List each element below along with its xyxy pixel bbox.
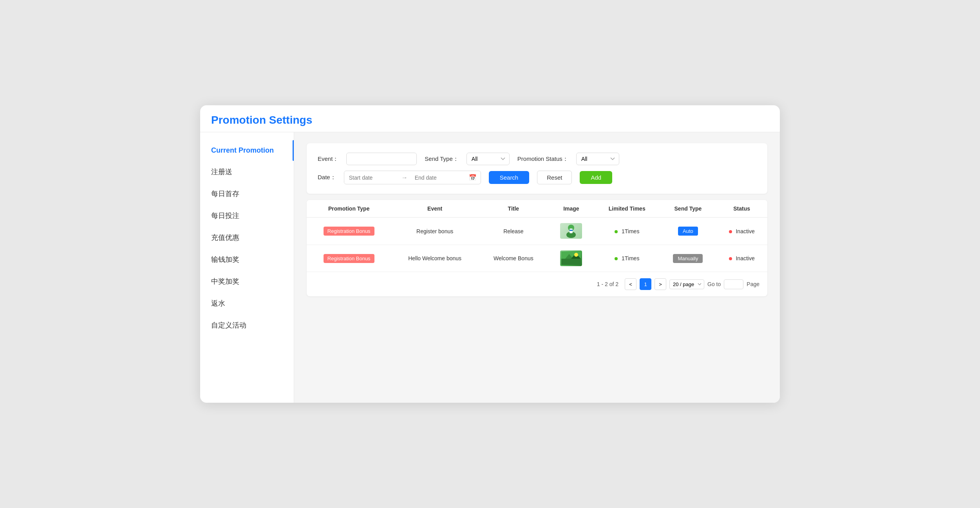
col-event: Event [391, 200, 479, 218]
status-value: Inactive [736, 228, 754, 234]
status-dot-icon [729, 257, 732, 260]
sidebar-item-register-bonus[interactable]: 注册送 [200, 161, 294, 183]
sidebar-item-daily-bet[interactable]: 每日投注 [200, 205, 294, 227]
send-type-label: Send Type： [425, 155, 458, 163]
promo-type-cell: Registration Bonus [307, 218, 391, 245]
promo-type-badge: Registration Bonus [324, 254, 374, 263]
page-label: Page [747, 281, 759, 287]
promo-status-label: Promotion Status： [517, 155, 568, 163]
send-type-cell: Auto [660, 218, 716, 245]
sidebar: Current Promotion 注册送 每日首存 每日投注 充值优惠 输钱加… [200, 132, 294, 403]
sidebar-item-label: 输钱加奖 [211, 256, 239, 263]
image-cell [548, 245, 594, 272]
status-cell: Inactive [716, 245, 767, 272]
sidebar-item-label: 每日首存 [211, 190, 239, 198]
sidebar-item-lose-bonus[interactable]: 输钱加奖 [200, 249, 294, 270]
limited-times-cell: 1Times [594, 245, 660, 272]
content-area: Current Promotion 注册送 每日首存 每日投注 充值优惠 输钱加… [200, 132, 780, 403]
col-promo-type: Promotion Type [307, 200, 391, 218]
table-row: Registration Bonus Hello Welcome bonus W… [307, 245, 767, 272]
promo-status-select[interactable]: All Active Inactive [576, 153, 619, 165]
sidebar-item-cashback[interactable]: 返水 [200, 292, 294, 314]
sidebar-item-recharge-discount[interactable]: 充值优惠 [200, 227, 294, 249]
svg-point-8 [574, 253, 578, 257]
filter-row-2: Date： → 📅 Search Reset Add [318, 171, 756, 184]
end-date-input[interactable] [410, 172, 465, 184]
table-body: Registration Bonus Register bonus Releas… [307, 218, 767, 272]
page-1-button[interactable]: 1 [640, 278, 651, 290]
title-cell: Release [479, 218, 548, 245]
goto-page-input[interactable] [724, 279, 743, 289]
col-send-type: Send Type [660, 200, 716, 218]
image-cell [548, 218, 594, 245]
title-cell: Welcome Bonus [479, 245, 548, 272]
main-window: Promotion Settings Current Promotion 注册送… [200, 105, 780, 403]
filter-card: Event： Send Type： All Auto Manually Prom… [307, 143, 767, 194]
times-dot-icon [615, 257, 618, 260]
start-date-input[interactable] [344, 172, 399, 184]
image-landscape-thumbnail [560, 250, 582, 266]
table-header: Promotion Type Event Title Image Limited… [307, 200, 767, 218]
goto-label: Go to [707, 281, 721, 287]
search-button[interactable]: Search [489, 171, 530, 184]
sidebar-item-label: Current Promotion [211, 146, 274, 154]
event-cell: Register bonus [391, 218, 479, 245]
event-input[interactable] [346, 153, 417, 165]
pagination: 1 - 2 of 2 < 1 > 10 / page 20 / page 50 … [307, 272, 767, 296]
sidebar-item-daily-first-deposit[interactable]: 每日首存 [200, 183, 294, 205]
limited-times-cell: 1Times [594, 218, 660, 245]
sidebar-item-label: 返水 [211, 299, 225, 307]
sidebar-item-current-promotion[interactable]: Current Promotion [200, 140, 294, 161]
svg-rect-5 [561, 259, 581, 265]
event-cell: Hello Welcome bonus [391, 245, 479, 272]
limited-times-value: 1Times [622, 255, 639, 261]
col-limited-times: Limited Times [594, 200, 660, 218]
sidebar-item-label: 自定义活动 [211, 321, 246, 329]
status-value: Inactive [736, 255, 754, 261]
sidebar-item-win-bonus[interactable]: 中奖加奖 [200, 270, 294, 292]
send-type-cell: Manually [660, 245, 716, 272]
table-row: Registration Bonus Register bonus Releas… [307, 218, 767, 245]
date-arrow-icon: → [399, 174, 410, 181]
event-label: Event： [318, 155, 338, 163]
next-page-button[interactable]: > [655, 278, 666, 290]
per-page-select[interactable]: 10 / page 20 / page 50 / page [669, 279, 704, 289]
sidebar-item-label: 注册送 [211, 168, 232, 176]
page-title: Promotion Settings [211, 114, 769, 126]
prev-page-button[interactable]: < [625, 278, 636, 290]
calendar-icon[interactable]: 📅 [465, 171, 481, 184]
sidebar-item-label: 每日投注 [211, 212, 239, 220]
send-type-select[interactable]: All Auto Manually [466, 153, 510, 165]
main-panel: Event： Send Type： All Auto Manually Prom… [294, 132, 780, 403]
date-label: Date： [318, 174, 336, 181]
add-button[interactable]: Add [580, 171, 612, 184]
reset-button[interactable]: Reset [537, 171, 572, 184]
date-range-picker[interactable]: → 📅 [344, 171, 481, 184]
times-dot-icon [615, 230, 618, 233]
filter-row-1: Event： Send Type： All Auto Manually Prom… [318, 153, 756, 165]
svg-rect-3 [570, 230, 573, 231]
pagination-range: 1 - 2 of 2 [597, 281, 618, 287]
image-person-thumbnail [560, 223, 582, 239]
limited-times-value: 1Times [622, 228, 639, 234]
status-dot-icon [729, 230, 732, 233]
title-bar: Promotion Settings [200, 105, 780, 132]
promotions-table: Promotion Type Event Title Image Limited… [307, 200, 767, 272]
sidebar-item-label: 中奖加奖 [211, 277, 239, 285]
table-card: Promotion Type Event Title Image Limited… [307, 200, 767, 296]
col-image: Image [548, 200, 594, 218]
promo-type-cell: Registration Bonus [307, 245, 391, 272]
sidebar-item-label: 充值优惠 [211, 234, 239, 241]
promo-type-badge: Registration Bonus [324, 227, 374, 236]
send-type-badge-manually: Manually [673, 254, 703, 263]
status-cell: Inactive [716, 218, 767, 245]
col-title: Title [479, 200, 548, 218]
col-status: Status [716, 200, 767, 218]
send-type-badge-auto: Auto [678, 227, 698, 236]
sidebar-item-custom-event[interactable]: 自定义活动 [200, 314, 294, 336]
